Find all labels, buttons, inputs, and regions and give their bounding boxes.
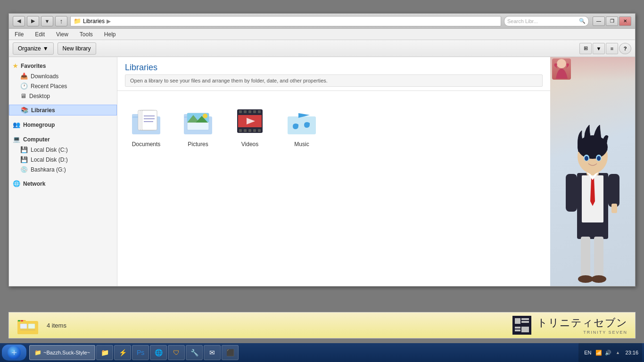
- svg-rect-57: [515, 318, 520, 324]
- language-indicator[interactable]: EN: [582, 350, 593, 355]
- top-decoration: [550, 57, 635, 81]
- svg-rect-17: [244, 110, 247, 113]
- library-item-videos[interactable]: Videos: [229, 100, 271, 151]
- svg-rect-51: [20, 324, 27, 329]
- status-folder-icon: [17, 314, 39, 337]
- organize-button[interactable]: Organize ▼: [13, 42, 54, 55]
- taskbar-icon-2[interactable]: ⚡: [114, 345, 131, 360]
- tray-notification-icon[interactable]: ▲: [614, 349, 621, 356]
- svg-rect-28: [288, 116, 316, 134]
- up-button[interactable]: ↑: [55, 16, 67, 26]
- view-dropdown-button[interactable]: ▼: [593, 43, 605, 54]
- forward-button[interactable]: ▶: [27, 16, 39, 26]
- branding-title: トリニティセブン: [537, 316, 627, 330]
- sidebar-item-network[interactable]: 🌐 Network: [9, 178, 117, 189]
- sidebar-section-favorites[interactable]: ★ Favorites: [9, 61, 117, 71]
- music-label: Music: [294, 141, 309, 148]
- sidebar-item-recent-places[interactable]: 🕐 Recent Places: [9, 81, 117, 91]
- local-disk-c-icon: 💾: [20, 146, 28, 153]
- decoration-panel: [550, 57, 635, 286]
- divider-2: [9, 115, 117, 119]
- homegroup-label: Homegroup: [23, 122, 55, 128]
- sidebar-section-computer[interactable]: 💻 Computer: [9, 134, 117, 145]
- menu-help[interactable]: Help: [102, 30, 118, 39]
- svg-rect-35: [581, 237, 590, 279]
- pictures-library-icon: [181, 104, 215, 138]
- recent-button[interactable]: ▼: [41, 16, 53, 26]
- taskbar-active-window[interactable]: 📁 ~Bazzh.Suck-Style~: [29, 345, 95, 360]
- menu-edit[interactable]: Edit: [33, 30, 47, 39]
- statusbar: 4 items トリニティセブン TRINITY SEVEN: [8, 312, 636, 338]
- trinity-seven-logo-icon: [512, 316, 531, 335]
- search-bar[interactable]: Search Libr... 🔍: [504, 16, 589, 26]
- menu-tools[interactable]: Tools: [78, 30, 95, 39]
- help-button[interactable]: ?: [619, 43, 631, 54]
- sidebar-item-homegroup[interactable]: 👥 Homegroup: [9, 119, 117, 130]
- folder-taskbar-icon: 📁: [34, 349, 41, 356]
- computer-icon: 💻: [13, 136, 20, 143]
- divider-4: [9, 174, 117, 178]
- address-bar[interactable]: 📁 Libraries ▶: [70, 16, 501, 26]
- recent-places-icon: 🕐: [20, 82, 28, 90]
- taskbar-icon-4[interactable]: 🌐: [150, 345, 167, 360]
- start-button[interactable]: [2, 345, 26, 361]
- svg-rect-25: [258, 129, 261, 132]
- svg-rect-18: [248, 110, 251, 113]
- videos-library-icon: [233, 104, 267, 138]
- computer-label: Computer: [23, 136, 50, 143]
- svg-rect-58: [521, 318, 529, 320]
- system-clock[interactable]: 23:16: [625, 349, 638, 356]
- library-item-documents[interactable]: Documents: [125, 100, 167, 151]
- sidebar-item-downloads[interactable]: 📥 Downloads: [9, 71, 117, 81]
- explorer-window: ◀ ▶ ▼ ↑ 📁 Libraries ▶ Search Libr... 🔍 —…: [8, 13, 636, 287]
- svg-point-14: [203, 114, 207, 118]
- svg-rect-32: [566, 174, 577, 212]
- libraries-grid: Documents: [117, 91, 550, 161]
- large-icons-view-button[interactable]: ⊞: [579, 43, 592, 54]
- details-pane-button[interactable]: ≡: [606, 43, 618, 54]
- network-icon: 🌐: [13, 180, 20, 187]
- taskbar-icon-3[interactable]: Ps: [132, 345, 149, 360]
- svg-point-37: [578, 275, 593, 283]
- svg-point-44: [585, 156, 588, 161]
- library-item-pictures[interactable]: Pictures: [177, 100, 219, 151]
- taskbar-icon-8[interactable]: ⬛: [222, 345, 239, 360]
- taskbar-icon-6[interactable]: 🔧: [186, 345, 203, 360]
- sidebar-item-local-disk-c[interactable]: 💾 Local Disk (C:): [9, 145, 117, 155]
- svg-point-41: [578, 135, 608, 159]
- sidebar-item-desktop[interactable]: 🖥 Desktop: [9, 91, 117, 101]
- svg-rect-4: [142, 110, 157, 130]
- network-label: Network: [23, 181, 45, 187]
- divider-1: [9, 101, 117, 105]
- svg-rect-55: [21, 320, 23, 321]
- favorites-label: Favorites: [21, 63, 46, 69]
- tray-volume-icon[interactable]: 🔊: [604, 349, 612, 356]
- taskbar-icon-7[interactable]: ✉: [204, 345, 221, 360]
- tray-network-icon[interactable]: 📶: [595, 349, 603, 356]
- sidebar-item-local-disk-d[interactable]: 💾 Local Disk (D:): [9, 155, 117, 165]
- app-icon-5: ⬛: [226, 349, 234, 356]
- close-icon[interactable]: ✕: [619, 16, 631, 26]
- taskbar: 📁 ~Bazzh.Suck-Style~ 📁 ⚡ Ps 🌐 🛡 🔧 ✉ ⬛: [0, 343, 644, 362]
- new-library-button[interactable]: New library: [58, 42, 96, 55]
- titlebar: ◀ ▶ ▼ ↑ 📁 Libraries ▶ Search Libr... 🔍 —…: [9, 14, 635, 29]
- taskbar-icon-1[interactable]: 📁: [96, 345, 113, 360]
- menu-view[interactable]: View: [54, 30, 70, 39]
- library-item-music[interactable]: Music: [281, 100, 323, 151]
- minimize-icon[interactable]: —: [593, 16, 605, 26]
- sidebar-item-bashkara[interactable]: 💿 Bashkara (G:): [9, 165, 117, 174]
- star-icon: ★: [13, 63, 18, 69]
- documents-library-icon: [129, 104, 163, 138]
- taskbar-icon-5[interactable]: 🛡: [168, 345, 185, 360]
- svg-rect-23: [248, 129, 251, 132]
- svg-rect-52: [20, 329, 35, 330]
- libraries-title: Libraries: [125, 63, 543, 73]
- sidebar-item-libraries[interactable]: 📚 Libraries: [9, 105, 117, 115]
- svg-rect-20: [258, 110, 261, 113]
- restore-icon[interactable]: ❐: [606, 16, 618, 26]
- address-folder-icon: 📁: [74, 17, 81, 25]
- svg-rect-61: [515, 329, 520, 331]
- main-content: ★ Favorites 📥 Downloads 🕐 Recent Places …: [9, 57, 635, 286]
- menu-file[interactable]: File: [13, 30, 25, 39]
- back-button[interactable]: ◀: [13, 16, 25, 26]
